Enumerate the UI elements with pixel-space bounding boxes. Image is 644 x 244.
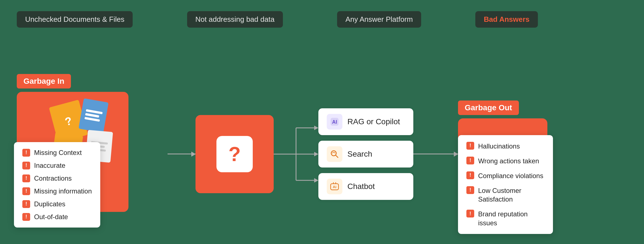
issue-duplicates-label: Duplicates	[34, 200, 65, 208]
platform-card-search: Search	[318, 141, 413, 168]
issue-low-satisfaction-label: Low Customer Satisfaction	[478, 186, 545, 204]
exclamation-icon-2: !	[22, 162, 30, 169]
exclamation-icon-out-2: !	[466, 157, 474, 164]
issue-item-low-satisfaction: ! Low Customer Satisfaction	[466, 186, 545, 204]
svg-marker-10	[314, 178, 318, 183]
issue-item-hallucinations: ! Hallucinations	[466, 142, 545, 150]
top-label-bad-data-text: Not addressing bad data	[195, 15, 275, 23]
platform-card-rag: AI RAG or Copilot	[318, 108, 413, 135]
issue-item-compliance: ! Compliance violations	[466, 171, 545, 180]
issue-item-missing-info: ! Missing information	[22, 187, 92, 195]
branch-svg	[274, 115, 318, 193]
issue-item-duplicates: ! Duplicates	[22, 200, 92, 208]
exclamation-icon-out-3: !	[466, 171, 474, 179]
branch-arrows-container	[274, 115, 318, 193]
issue-item-missing-context: ! Missing Context	[22, 149, 92, 157]
garbage-out-label: Garbage Out	[458, 101, 519, 115]
exclamation-icon-out-5: !	[466, 210, 474, 217]
issues-in-list: ! Missing Context ! Inaccurate ! Contrac…	[14, 142, 100, 228]
top-label-platform: Any Answer Platform	[337, 11, 421, 28]
issue-item-contractions: ! Contractions	[22, 174, 92, 182]
platform-card-chatbot: Ai Chatbot	[318, 173, 413, 200]
issue-item-brand-reputation: ! Brand reputation issues	[466, 210, 545, 227]
top-label-unchecked: Unchecked Documents & Files	[17, 11, 133, 28]
issue-item-out-of-date: ! Out-of-date	[22, 213, 92, 221]
exclamation-icon-4: !	[22, 187, 30, 195]
issue-inaccurate-label: Inaccurate	[34, 162, 65, 169]
arrow-1-container	[162, 154, 195, 154]
rag-label: RAG or Copilot	[347, 117, 400, 126]
long-arrow-container	[413, 154, 458, 154]
top-label-platform-text: Any Answer Platform	[345, 15, 413, 23]
top-label-bad-answers-text: Bad Answers	[484, 15, 529, 23]
doc-blue-1	[78, 98, 109, 133]
issue-hallucinations-label: Hallucinations	[478, 142, 520, 150]
issue-out-of-date-label: Out-of-date	[34, 213, 68, 221]
chatbot-icon: Ai	[327, 179, 342, 194]
garbage-in-label: Garbage In	[17, 74, 71, 88]
top-label-bad-answers: Bad Answers	[475, 11, 538, 28]
question-box: ?	[195, 115, 274, 193]
svg-line-14	[336, 155, 338, 157]
chatbot-label: Chatbot	[347, 182, 375, 191]
issue-item-wrong-actions: ! Wrong actions taken	[466, 157, 545, 165]
section-garbage-in: Garbage In ?	[17, 74, 162, 212]
rag-icon: AI	[327, 114, 342, 130]
issue-item-inaccurate: ! Inaccurate	[22, 162, 92, 169]
exclamation-icon-5: !	[22, 200, 30, 208]
issue-compliance-label: Compliance violations	[478, 171, 543, 180]
main-container: Unchecked Documents & Files Not addressi…	[0, 0, 644, 244]
svg-marker-7	[314, 152, 318, 156]
exclamation-icon-3: !	[22, 174, 30, 182]
top-label-bad-data: Not addressing bad data	[187, 11, 283, 28]
issue-missing-context-label: Missing Context	[34, 149, 82, 157]
search-icon	[327, 146, 342, 162]
svg-text:Ai: Ai	[333, 185, 337, 189]
exclamation-icon-1: !	[22, 149, 30, 157]
svg-marker-5	[314, 126, 318, 130]
issues-out-list: ! Hallucinations ! Wrong actions taken !…	[458, 135, 553, 234]
search-label: Search	[347, 150, 372, 159]
issue-brand-reputation-label: Brand reputation issues	[478, 210, 545, 227]
garbage-in-box: ?	[17, 92, 128, 212]
exclamation-icon-out-4: !	[466, 186, 474, 194]
top-label-unchecked-text: Unchecked Documents & Files	[25, 15, 124, 23]
exclamation-icon-out-1: !	[466, 142, 474, 150]
svg-text:AI: AI	[332, 119, 337, 125]
flow-content: Garbage In ?	[17, 44, 627, 233]
section-garbage-out: Garbage Out ✕	[458, 101, 547, 208]
long-arrow	[413, 154, 458, 154]
top-labels-row: Unchecked Documents & Files Not addressi…	[17, 11, 627, 28]
arrow-1	[168, 154, 195, 154]
issue-missing-info-label: Missing information	[34, 187, 92, 195]
exclamation-icon-6: !	[22, 213, 30, 221]
issue-wrong-actions-label: Wrong actions taken	[478, 157, 539, 165]
question-mark-icon: ?	[216, 136, 253, 172]
garbage-out-box: ✕ ! Hallucinations ! Wrong actions taken…	[458, 118, 547, 208]
platform-options: AI RAG or Copilot Search	[318, 108, 413, 200]
issue-contractions-label: Contractions	[34, 174, 72, 182]
